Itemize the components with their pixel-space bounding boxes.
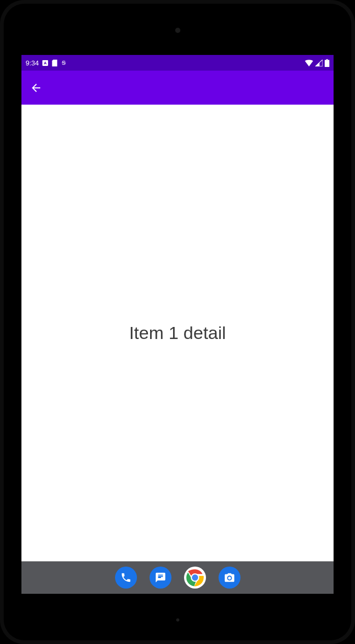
phone-icon: [120, 572, 132, 583]
letter-a-box-icon: A: [42, 60, 49, 66]
battery-icon: [325, 59, 329, 67]
messages-icon: [155, 572, 166, 583]
back-arrow-icon: [30, 82, 42, 94]
messages-app[interactable]: [150, 567, 171, 589]
front-camera: [175, 28, 180, 33]
clock-text: 9:34: [26, 59, 39, 67]
svg-text:A: A: [44, 61, 47, 65]
status-bar: 9:34 A S: [21, 55, 334, 71]
strike-s-icon: S: [61, 59, 67, 67]
camera-app[interactable]: [219, 567, 241, 589]
favorites-bar: [21, 561, 334, 594]
svg-point-9: [228, 577, 231, 580]
chrome-icon: [184, 567, 206, 589]
screen: 9:34 A S: [21, 55, 334, 594]
back-button[interactable]: [30, 82, 42, 94]
tablet-device: 9:34 A S: [4, 4, 351, 640]
home-indicator: [176, 618, 179, 622]
status-right: [305, 59, 329, 67]
wifi-icon: [305, 60, 313, 66]
detail-text: Item 1 detail: [129, 323, 226, 343]
app-bar: [21, 71, 334, 105]
status-left: 9:34 A S: [26, 59, 67, 67]
chrome-app[interactable]: [184, 567, 206, 589]
svg-rect-5: [326, 59, 328, 60]
svg-rect-4: [325, 60, 329, 67]
phone-app[interactable]: [115, 567, 137, 589]
tablet-frame: 9:34 A S: [0, 0, 355, 644]
content-area: Item 1 detail: [21, 105, 334, 561]
sd-card-icon: [52, 60, 58, 66]
camera-icon: [224, 572, 235, 583]
signal-icon: [315, 60, 323, 66]
